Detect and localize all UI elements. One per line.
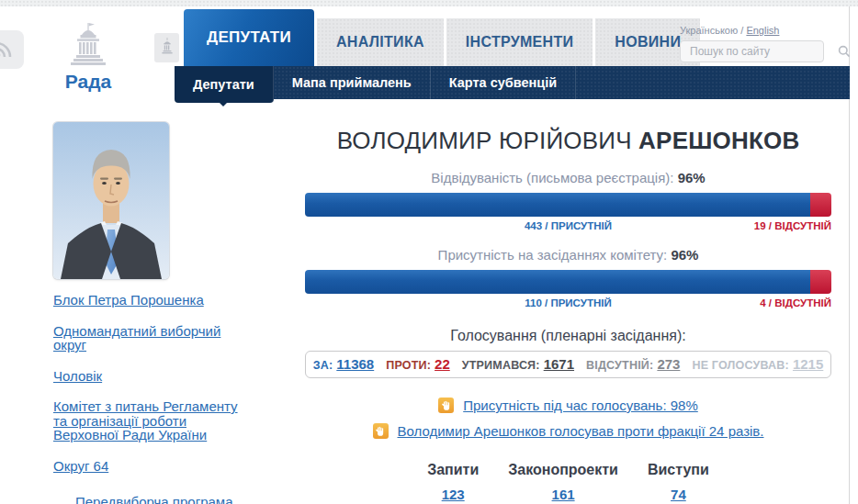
- committee-attendance-value: 96%: [671, 247, 698, 263]
- tab-deputies[interactable]: ДЕПУТАТИ: [184, 9, 314, 66]
- against-faction-link[interactable]: Володимир Арешонков голосував проти фрак…: [398, 423, 764, 439]
- votes-novote-label: НЕ ГОЛОСУВАВ:: [692, 359, 789, 372]
- committee-bar: [305, 270, 831, 294]
- votes-absent: ВІДСУТНІЙ:273: [586, 356, 680, 373]
- activity-stats: Запити 123 Законопроекти 161 Виступи 74: [305, 462, 831, 503]
- attendance-bar-present: [305, 193, 810, 217]
- attendance-absent-count: 19 / ВІДСУТНІЙ: [754, 220, 831, 231]
- committee-label-text: Присутність на засіданнях комітету:: [438, 247, 668, 263]
- attendance-bar-absent: [810, 193, 831, 217]
- deputy-photo: [53, 122, 169, 279]
- votes-absent-value[interactable]: 273: [657, 356, 680, 372]
- deputy-first-names: ВОЛОДИМИР ЮРІЙОВИЧ: [337, 127, 632, 154]
- home-building-button[interactable]: [154, 33, 179, 62]
- rss-button[interactable]: [0, 30, 24, 69]
- attendance-present-count: 443 / ПРИСУТНІЙ: [525, 220, 612, 231]
- votes-novote: НЕ ГОЛОСУВАВ:1215: [692, 356, 823, 373]
- committee-bar-present: [305, 270, 810, 294]
- sidebar-link-committee[interactable]: Комітет з питань Регламенту та організац…: [53, 399, 254, 442]
- stat-queries-value[interactable]: 123: [442, 487, 465, 502]
- votes-for-value[interactable]: 11368: [336, 356, 374, 372]
- committee-present-count: 110 / ПРИСУТНІЙ: [525, 297, 611, 308]
- votes-for-label: ЗА:: [313, 359, 333, 372]
- stat-queries-label: Запити: [427, 462, 479, 478]
- parliament-building-icon: [64, 53, 112, 69]
- stat-speeches: Виступи 74: [648, 462, 709, 503]
- page: Рада ДЕПУТАТИ АНАЛІТИКА ІНСТРУМЕНТИ: [0, 0, 858, 504]
- votes-novote-value[interactable]: 1215: [793, 356, 823, 372]
- voting-heading: Голосування (пленарні засідання):: [305, 328, 831, 344]
- stat-bills-label: Законопроекти: [508, 462, 618, 478]
- votes-for: ЗА:11368: [313, 356, 375, 373]
- subnav-label: Мапа приймалень: [292, 75, 412, 90]
- votes-against-value[interactable]: 22: [435, 356, 450, 372]
- top-pattern-strip: [0, 0, 858, 6]
- voting-presence-note: Присутність під час голосувань: 98%: [305, 398, 831, 413]
- sidebar-link-gender[interactable]: Чоловік: [53, 369, 254, 384]
- subnav-label: Карта субвенцій: [449, 75, 557, 90]
- sub-nav: Депутати Мапа приймалень Карта субвенцій: [175, 66, 850, 99]
- search-input[interactable]: [681, 45, 838, 58]
- subnav-item-deputies[interactable]: Депутати: [175, 66, 274, 103]
- rss-icon: [0, 39, 14, 60]
- subnav-item-subventions-map[interactable]: Карта субвенцій: [431, 66, 576, 99]
- attendance-value: 96%: [678, 170, 706, 185]
- votes-abstained-label: УТРИМАВСЯ:: [462, 359, 540, 372]
- brand-name: Рада: [51, 71, 125, 93]
- committee-caption: 110 / ПРИСУТНІЙ 4 / ВІДСУТНІЙ: [305, 297, 831, 309]
- language-separator: /: [738, 25, 746, 36]
- voting-presence-link[interactable]: Присутність під час голосувань: 98%: [463, 398, 698, 413]
- tab-analytics[interactable]: АНАЛІТИКА: [317, 18, 444, 66]
- sidebar: Блок Петра Порошенка Одномандатний вибор…: [53, 293, 254, 504]
- language-current: Українською: [680, 25, 738, 36]
- tab-label: ІНСТРУМЕНТИ: [466, 34, 573, 50]
- stat-speeches-label: Виступи: [648, 462, 709, 478]
- votes-abstained-value[interactable]: 1671: [544, 356, 574, 372]
- deputy-portrait-image: [53, 122, 169, 279]
- tab-label: НОВИНИ: [615, 34, 681, 50]
- votes-absent-label: ВІДСУТНІЙ:: [586, 359, 653, 372]
- committee-absent-count: 4 / ВІДСУТНІЙ: [760, 297, 831, 308]
- votes-abstained: УТРИМАВСЯ:1671: [462, 356, 574, 373]
- votes-against-label: ПРОТИ:: [386, 359, 431, 372]
- tab-label: АНАЛІТИКА: [336, 34, 424, 50]
- committee-attendance-label: Присутність на засіданнях комітету: 96%: [305, 247, 831, 263]
- tab-label: ДЕПУТАТИ: [207, 28, 291, 47]
- attendance-label: Відвідуваність (письмова реєстрація): 96…: [305, 170, 831, 185]
- deputy-last-name: АРЕШОНКОВ: [638, 127, 799, 154]
- stat-queries: Запити 123: [427, 462, 479, 503]
- sidebar-link-faction[interactable]: Блок Петра Порошенка: [53, 293, 254, 308]
- stat-speeches-value[interactable]: 74: [671, 487, 686, 502]
- sidebar-link-district[interactable]: Округ 64: [53, 459, 254, 474]
- voting-summary-box: ЗА:11368 ПРОТИ:22 УТРИМАВСЯ:1671 ВІДСУТН…: [305, 351, 831, 378]
- search-icon[interactable]: [838, 45, 851, 58]
- language-switcher: Українською / English: [680, 25, 779, 36]
- against-faction-note: Володимир Арешонков голосував проти фрак…: [305, 423, 831, 439]
- attendance-caption: 443 / ПРИСУТНІЙ 19 / ВІДСУТНІЙ: [305, 220, 831, 232]
- attendance-label-text: Відвідуваність (письмова реєстрація):: [431, 170, 673, 185]
- main-nav: ДЕПУТАТИ АНАЛІТИКА ІНСТРУМЕНТИ НОВИНИ: [184, 9, 700, 66]
- program-link[interactable]: Передвиборча програма депутата: [75, 494, 254, 504]
- raised-hand-icon: [373, 423, 389, 439]
- program-row: Передвиборча програма депутата: [53, 494, 254, 504]
- rada-logo[interactable]: Рада: [51, 22, 125, 93]
- subnav-item-reception-map[interactable]: Мапа приймалень: [274, 66, 431, 99]
- sidebar-link-constituency-type[interactable]: Одномандатний виборчий округ: [53, 324, 254, 353]
- site-search: [680, 40, 824, 62]
- raised-hand-icon: [438, 398, 454, 413]
- stat-bills-value[interactable]: 161: [552, 487, 575, 502]
- committee-bar-absent: [810, 270, 831, 294]
- tab-tools[interactable]: ІНСТРУМЕНТИ: [446, 18, 593, 66]
- attendance-bar: [305, 193, 831, 217]
- page-title: ВОЛОДИМИР ЮРІЙОВИЧ АРЕШОНКОВ: [305, 127, 831, 155]
- building-icon: [160, 38, 175, 58]
- subnav-label: Депутати: [193, 77, 254, 92]
- stat-bills: Законопроекти 161: [508, 462, 618, 503]
- votes-against: ПРОТИ:22: [386, 356, 450, 373]
- language-link-english[interactable]: English: [746, 25, 779, 36]
- deputy-profile: ВОЛОДИМИР ЮРІЙОВИЧ АРЕШОНКОВ Відвідувані…: [305, 127, 831, 503]
